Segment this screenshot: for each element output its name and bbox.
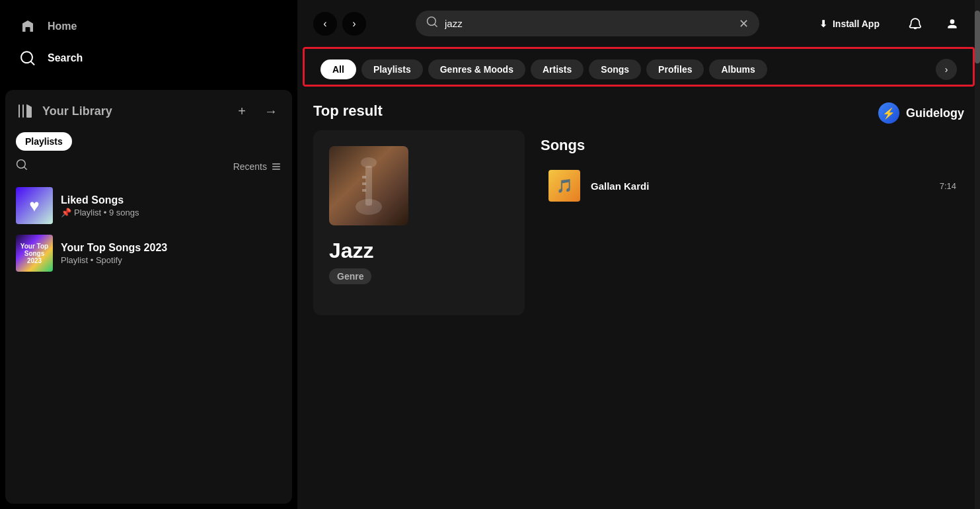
notifications-button[interactable] [903, 12, 927, 36]
recents-label: Recents [233, 161, 267, 172]
profile-button[interactable] [940, 12, 964, 36]
top-result-image [329, 146, 408, 225]
liked-songs-meta: 📌 Playlist • 9 songs [61, 208, 282, 217]
guidelogy-badge: ⚡ Guidelogy [541, 102, 964, 124]
right-content-area: ⚡ Guidelogy Songs 🎵 Gallan Kardi 7:14 [541, 102, 964, 498]
tab-songs[interactable]: Songs [589, 59, 641, 79]
expand-library-button[interactable]: → [260, 100, 282, 122]
sidebar-item-label-search: Search [48, 52, 83, 64]
svg-rect-5 [362, 189, 366, 192]
library-item-liked-songs[interactable]: ♥ Liked Songs 📌 Playlist • 9 songs [11, 182, 287, 229]
sidebar: Home Search [0, 0, 297, 509]
library-actions: + → [231, 100, 282, 122]
sidebar-item-home[interactable]: Home [8, 11, 289, 42]
top-songs-meta: Playlist • Spotify [61, 255, 282, 265]
song-thumbnail: 🎵 [548, 170, 580, 202]
tab-playlists[interactable]: Playlists [361, 59, 423, 79]
heart-icon: ♥ [29, 196, 39, 216]
main-panel: ‹ › ✕ ⬇ Install App [297, 0, 980, 509]
top-result-section: Top result [313, 102, 525, 498]
library-item-top-songs[interactable]: Your Top Songs2023 Your Top Songs 2023 P… [11, 229, 287, 277]
guidelogy-logo: ⚡ [878, 102, 899, 124]
top-result-title: Top result [313, 102, 525, 120]
tab-artists[interactable]: Artists [531, 59, 584, 79]
top-bar-right: ⬇ Install App [809, 12, 964, 36]
app-container: Home Search [0, 0, 980, 509]
liked-songs-badge: 📌 [61, 208, 71, 217]
top-songs-thumbnail: Your Top Songs2023 [16, 235, 53, 272]
guidelogy-label: Guidelogy [906, 106, 964, 120]
filter-pills-row: Playlists [5, 127, 292, 156]
songs-section-title: Songs [541, 137, 964, 154]
top-result-name: Jazz [329, 239, 509, 263]
top-bar: ‹ › ✕ ⬇ Install App [297, 0, 980, 47]
search-bar: ✕ [416, 11, 759, 36]
jazz-album-art [329, 146, 408, 225]
playlists-filter-pill[interactable]: Playlists [16, 132, 72, 151]
library-section: Your Library + → Playlists Re [5, 90, 292, 504]
song-name: Gallan Kardi [591, 180, 929, 192]
scrollbar-thumb[interactable] [975, 11, 980, 63]
sidebar-nav: Home Search [0, 0, 297, 85]
svg-point-2 [356, 199, 382, 215]
song-duration: 7:14 [940, 181, 956, 191]
top-result-type: Genre [329, 268, 371, 284]
library-icon [16, 102, 34, 120]
home-icon [19, 17, 37, 36]
sidebar-item-search[interactable]: Search [8, 42, 289, 74]
library-search-row: Recents [5, 156, 292, 179]
top-songs-name: Your Top Songs 2023 [61, 242, 282, 254]
top-result-card[interactable]: Jazz Genre [313, 130, 525, 315]
filter-tabs-container: All Playlists Genres & Moods Artists Son… [303, 47, 975, 87]
search-bar-icon [426, 16, 438, 31]
library-header: Your Library + → [5, 90, 292, 127]
scrollbar-track [975, 0, 980, 509]
svg-rect-3 [362, 176, 366, 178]
top-songs-info: Your Top Songs 2023 Playlist • Spotify [61, 242, 282, 265]
search-input[interactable] [445, 18, 732, 29]
sidebar-item-label-home: Home [48, 20, 77, 32]
tab-all[interactable]: All [320, 59, 356, 79]
back-button[interactable]: ‹ [313, 12, 337, 36]
add-library-button[interactable]: + [231, 100, 252, 122]
top-songs-meta-text: Playlist • Spotify [61, 255, 122, 265]
tab-albums[interactable]: Albums [709, 59, 767, 79]
install-app-button[interactable]: ⬇ Install App [809, 13, 890, 34]
library-title: Your Library [42, 104, 112, 118]
nav-arrows: ‹ › [313, 12, 366, 36]
search-clear-button[interactable]: ✕ [739, 17, 749, 31]
recents-button[interactable]: Recents [233, 161, 282, 172]
install-app-label: Install App [833, 19, 880, 29]
song-info: Gallan Kardi [591, 180, 929, 192]
main-content: Top result [297, 92, 980, 509]
forward-button[interactable]: › [342, 12, 366, 36]
library-list: ♥ Liked Songs 📌 Playlist • 9 songs Your … [5, 179, 292, 504]
liked-songs-meta-text: Playlist • 9 songs [74, 208, 139, 217]
tab-genres-moods[interactable]: Genres & Moods [428, 59, 525, 79]
tab-profiles[interactable]: Profiles [646, 59, 704, 79]
scroll-right-button[interactable]: › [936, 59, 957, 80]
svg-rect-4 [362, 182, 366, 185]
liked-songs-info: Liked Songs 📌 Playlist • 9 songs [61, 194, 282, 217]
library-title-group: Your Library [16, 102, 112, 120]
liked-songs-name: Liked Songs [61, 194, 282, 206]
library-search-icon[interactable] [16, 159, 28, 174]
install-app-icon: ⬇ [819, 19, 827, 29]
liked-songs-thumbnail: ♥ [16, 187, 53, 224]
filter-tabs: All Playlists Genres & Moods Artists Son… [320, 54, 936, 85]
search-nav-icon [19, 49, 37, 67]
song-item[interactable]: 🎵 Gallan Kardi 7:14 [541, 165, 964, 207]
